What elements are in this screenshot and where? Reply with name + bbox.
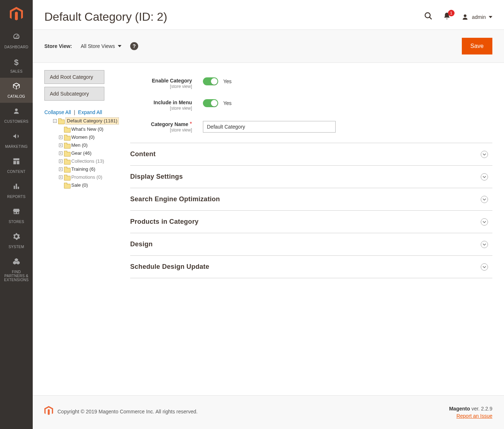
tree-node-training[interactable]: + Training (6) [44, 165, 130, 173]
tree-node-women[interactable]: + Women (0) [44, 133, 130, 141]
nav-sales[interactable]: $ SALES [0, 53, 33, 78]
report-issue-link[interactable]: Report an Issue [449, 413, 492, 419]
tree-label[interactable]: What's New (0) [71, 126, 103, 133]
nav-label: CONTENT [7, 170, 25, 174]
accordion-schedule[interactable]: Schedule Design Update [130, 256, 492, 278]
store-icon [12, 207, 20, 218]
chevron-down-icon [481, 173, 488, 181]
accordion-title: Schedule Design Update [130, 263, 209, 271]
folder-icon [64, 127, 70, 132]
tree-label[interactable]: Default Category (1181) [65, 117, 119, 125]
category-name-input[interactable] [203, 121, 336, 133]
magento-logo[interactable] [0, 0, 33, 28]
accordion-products[interactable]: Products in Category [130, 211, 492, 233]
admin-user-menu[interactable]: admin [461, 13, 492, 21]
tree-node-collections[interactable]: + Collections (13) [44, 157, 130, 165]
notifications-icon[interactable]: 1 [443, 12, 451, 22]
accordion-title: Display Settings [130, 173, 183, 181]
tree-expand-icon[interactable]: + [59, 167, 63, 171]
tree-label[interactable]: Women (0) [71, 134, 95, 141]
accordion-title: Content [130, 150, 156, 158]
nav-content[interactable]: CONTENT [0, 153, 33, 178]
toolbar-left: Store View: All Store Views ? [44, 42, 138, 50]
nav-reports[interactable]: REPORTS [0, 178, 33, 203]
accordion-seo[interactable]: Search Engine Optimization [130, 188, 492, 211]
folder-icon [64, 167, 70, 172]
nav-label: REPORTS [7, 195, 25, 199]
search-icon[interactable] [424, 12, 433, 23]
tree-expand-icon[interactable]: + [59, 135, 63, 139]
save-button[interactable]: Save [462, 38, 492, 54]
gauge-icon [12, 33, 20, 43]
collapse-all-link[interactable]: Collapse All [44, 109, 71, 115]
tree-node-sale[interactable]: Sale (0) [44, 181, 130, 189]
user-icon [461, 13, 469, 21]
tree-label[interactable]: Training (6) [71, 166, 95, 173]
folder-icon [64, 159, 70, 164]
sidebar-nav: DASHBOARD $ SALES CATALOG CUSTOMERS MARK… [0, 0, 33, 429]
header-actions: 1 admin [424, 12, 492, 23]
field-scope: [store view] [130, 106, 192, 111]
nav-customers[interactable]: CUSTOMERS [0, 103, 33, 128]
store-view-select[interactable]: All Store Views [81, 43, 121, 49]
help-icon[interactable]: ? [130, 42, 138, 50]
nav-stores[interactable]: STORES [0, 203, 33, 228]
admin-username: admin [472, 14, 486, 20]
field-scope: [store view] [130, 84, 192, 89]
include-in-menu-toggle[interactable] [203, 99, 218, 107]
box-icon [12, 82, 20, 92]
svg-line-1 [429, 17, 432, 19]
tree-node-whats-new[interactable]: What's New (0) [44, 125, 130, 133]
tree-expand-icon[interactable]: + [59, 159, 63, 163]
nav-partners[interactable]: FIND PARTNERS & EXTENSIONS [0, 253, 33, 286]
megaphone-icon [12, 132, 20, 142]
nav-label: MARKETING [5, 145, 28, 149]
tree-node-gear[interactable]: + Gear (46) [44, 149, 130, 157]
tree-node-promotions[interactable]: + Promotions (0) [44, 173, 130, 181]
tree-expand-icon[interactable]: + [59, 175, 63, 179]
nav-label: CATALOG [8, 94, 25, 98]
add-root-category-button[interactable]: Add Root Category [44, 70, 104, 84]
nav-dashboard[interactable]: DASHBOARD [0, 28, 33, 53]
tree-node-root[interactable]: − Default Category (1181) [44, 117, 130, 125]
accordion-title: Search Engine Optimization [130, 195, 220, 203]
accordion-design[interactable]: Design [130, 233, 492, 256]
page-title: Default Category (ID: 2) [44, 10, 167, 24]
magento-version: ver. 2.2.9 [470, 406, 492, 412]
tree-expand-links: Collapse All | Expand All [44, 109, 130, 115]
tree-label[interactable]: Gear (46) [71, 150, 92, 157]
nav-label: SYSTEM [9, 245, 24, 249]
tree-label[interactable]: Sale (0) [71, 182, 88, 189]
tree-expand-icon[interactable]: + [59, 151, 63, 155]
cubes-icon [12, 258, 20, 268]
copyright-text: Copyright © 2019 Magento Commerce Inc. A… [57, 409, 197, 414]
nav-label: CUSTOMERS [4, 120, 28, 124]
toolbar: Store View: All Store Views ? Save [33, 29, 504, 63]
magento-logo-icon [44, 406, 53, 417]
field-include-in-menu: Include in Menu [store view] Yes [130, 99, 492, 111]
chevron-down-icon [118, 45, 121, 47]
dollar-icon: $ [14, 58, 19, 67]
chevron-down-icon [481, 151, 488, 158]
nav-catalog[interactable]: CATALOG [0, 78, 33, 103]
tree-label[interactable]: Men (0) [71, 142, 88, 149]
nav-marketing[interactable]: MARKETING [0, 128, 33, 153]
chevron-down-icon [481, 241, 488, 248]
add-subcategory-button[interactable]: Add Subcategory [44, 87, 104, 101]
folder-icon [64, 135, 70, 140]
field-scope: [store view] [130, 128, 192, 133]
enable-category-toggle[interactable] [203, 77, 218, 85]
nav-system[interactable]: SYSTEM [0, 228, 33, 253]
nav-label: DASHBOARD [4, 45, 28, 49]
expand-all-link[interactable]: Expand All [78, 109, 102, 115]
person-icon [12, 107, 20, 117]
accordion-content[interactable]: Content [130, 143, 492, 166]
notification-badge: 1 [448, 10, 455, 16]
chevron-down-icon [481, 218, 488, 226]
tree-collapse-icon[interactable]: − [53, 119, 57, 123]
tree-expand-icon[interactable]: + [59, 143, 63, 147]
tree-label[interactable]: Promotions (0) [71, 174, 102, 181]
accordion-display-settings[interactable]: Display Settings [130, 166, 492, 188]
tree-node-men[interactable]: + Men (0) [44, 141, 130, 149]
tree-label[interactable]: Collections (13) [71, 158, 104, 165]
